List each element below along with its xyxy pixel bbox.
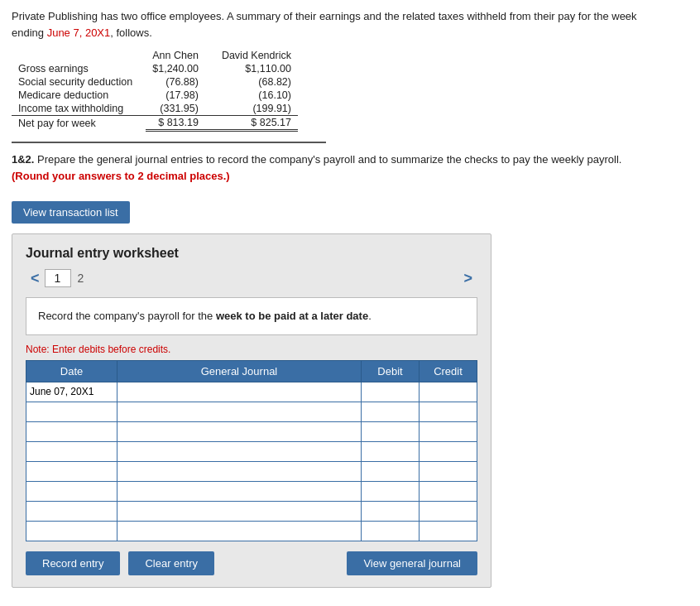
question-text: 1&2. Prepare the general journal entries… [12, 152, 688, 184]
worksheet-container: Journal entry worksheet < 1 2 > Record t… [12, 233, 491, 588]
debit-input-8[interactable] [362, 522, 419, 541]
journal-input-3[interactable] [117, 422, 361, 441]
row-social-david: (68.82) [205, 75, 298, 89]
next-page-button[interactable]: > [458, 270, 477, 287]
intro-paragraph: Private Publishing has two office employ… [12, 8, 688, 41]
credit-input-5[interactable] [420, 462, 477, 481]
debit-input-1[interactable] [362, 382, 419, 402]
bottom-buttons: Record entry Clear entry View general jo… [26, 551, 477, 575]
date-input-3[interactable] [26, 422, 117, 441]
journal-input-8[interactable] [117, 522, 361, 541]
date-input-2[interactable] [26, 402, 117, 421]
view-general-journal-button[interactable]: View general journal [347, 551, 477, 575]
credit-input-6[interactable] [420, 482, 477, 501]
header-ann-chen: Ann Chen [146, 49, 205, 62]
record-entry-button[interactable]: Record entry [26, 551, 120, 575]
credit-input-1[interactable] [420, 382, 477, 402]
table-row [26, 481, 477, 501]
table-row [26, 461, 477, 481]
debit-input-7[interactable] [362, 502, 419, 521]
credit-input-8[interactable] [420, 522, 477, 541]
row-medicare-label: Medicare deduction [12, 89, 146, 102]
question-body: Prepare the general journal entries to r… [37, 153, 621, 166]
pagination-row: < 1 2 > [26, 269, 477, 287]
question-number: 1&2. [12, 153, 34, 166]
row-medicare-david: (16.10) [205, 89, 298, 102]
row-gross-ann: $1,240.00 [146, 62, 205, 75]
journal-input-4[interactable] [117, 442, 361, 461]
earnings-table: Ann Chen David Kendrick Gross earnings $… [12, 49, 298, 132]
instruction-box: Record the company's payroll for the wee… [26, 297, 477, 335]
debit-input-5[interactable] [362, 462, 419, 481]
next-page-number: 2 [71, 270, 91, 286]
note-text: Note: Enter debits before credits. [26, 344, 477, 355]
intro-date-highlight: June 7, 20X1 [47, 26, 111, 39]
credit-input-3[interactable] [420, 422, 477, 441]
table-row [26, 402, 477, 421]
col-header-debit: Debit [362, 360, 420, 382]
date-input-5[interactable] [26, 462, 117, 481]
debit-input-6[interactable] [362, 482, 419, 501]
row-social-ann: (76.88) [146, 75, 205, 89]
row-incometax-ann: (331.95) [146, 102, 205, 116]
current-page-box[interactable]: 1 [45, 269, 71, 287]
row-netpay-david: $ 825.17 [205, 116, 298, 131]
debit-input-2[interactable] [362, 402, 419, 421]
prev-page-button[interactable]: < [26, 270, 45, 287]
table-row [26, 382, 477, 402]
clear-entry-button[interactable]: Clear entry [128, 551, 214, 575]
question-round-note: (Round your answers to 2 decimal places.… [12, 170, 230, 182]
col-header-date: Date [26, 360, 117, 382]
journal-input-5[interactable] [117, 462, 361, 481]
intro-text1: Private Publishing has two office employ… [12, 10, 637, 22]
worksheet-title: Journal entry worksheet [26, 246, 477, 261]
journal-table: Date General Journal Debit Credit [26, 360, 477, 541]
credit-input-4[interactable] [420, 442, 477, 461]
journal-input-7[interactable] [117, 502, 361, 521]
date-input-8[interactable] [26, 522, 117, 541]
date-input-4[interactable] [26, 442, 117, 461]
row-netpay-ann: $ 813.19 [146, 116, 205, 131]
table-row [26, 441, 477, 461]
credit-input-2[interactable] [420, 402, 477, 421]
col-header-journal: General Journal [117, 360, 362, 382]
row-social-label: Social security deduction [12, 75, 146, 89]
debit-input-4[interactable] [362, 442, 419, 461]
row-gross-david: $1,110.00 [205, 62, 298, 75]
journal-input-1[interactable] [117, 382, 361, 402]
row-incometax-david: (199.91) [205, 102, 298, 116]
instruction-text: Record the company's payroll for the wee… [38, 310, 372, 322]
row-medicare-ann: (17.98) [146, 89, 205, 102]
view-transaction-button[interactable]: View transaction list [12, 201, 130, 224]
col-header-credit: Credit [420, 360, 477, 382]
date-input-1[interactable] [26, 382, 117, 402]
table-row [26, 501, 477, 521]
debit-input-3[interactable] [362, 422, 419, 441]
credit-input-7[interactable] [420, 502, 477, 521]
journal-input-6[interactable] [117, 482, 361, 501]
date-input-6[interactable] [26, 482, 117, 501]
header-david-kendrick: David Kendrick [205, 49, 298, 62]
table-row [26, 521, 477, 541]
row-incometax-label: Income tax withholding [12, 102, 146, 116]
row-netpay-label: Net pay for week [12, 116, 146, 131]
journal-input-2[interactable] [117, 402, 361, 421]
table-row [26, 421, 477, 441]
row-gross-label: Gross earnings [12, 62, 146, 75]
date-input-7[interactable] [26, 502, 117, 521]
divider [12, 142, 326, 143]
